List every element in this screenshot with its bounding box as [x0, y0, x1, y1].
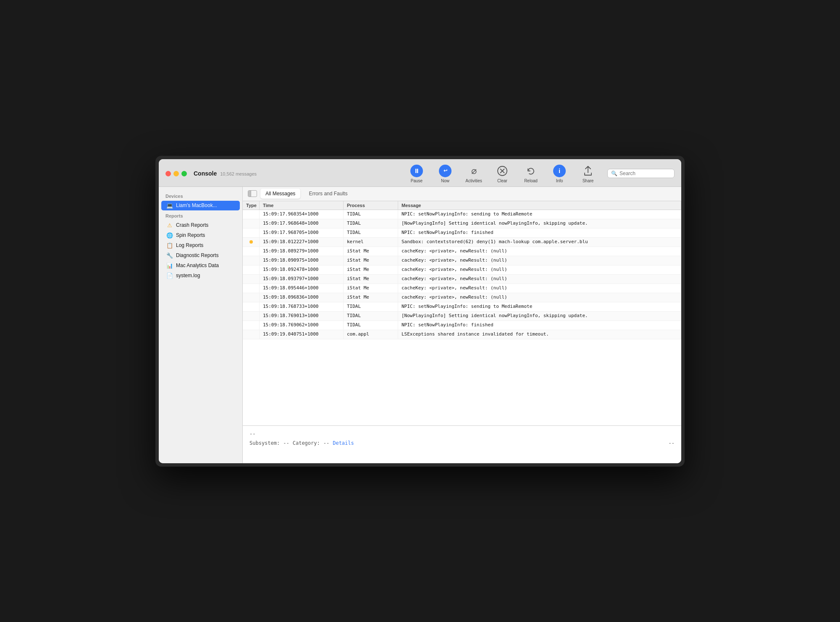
log-cell-message: Sandbox: contextstored(62) deny(1) mach-… — [398, 238, 681, 247]
table-row[interactable]: 15:09:18.769062+1000TIDALNPIC: setNowPla… — [243, 321, 681, 330]
table-row[interactable]: 15:09:17.968705+1000TIDALNPIC: setNowPla… — [243, 228, 681, 238]
log-cell-time: 15:09:18.096836+1000 — [260, 293, 344, 302]
log-cell-message: NPIC: setNowPlayingInfo: finished — [398, 228, 681, 237]
search-input[interactable] — [620, 171, 670, 176]
log-cell-message: cacheKey: <private>, newResult: (null) — [398, 293, 681, 302]
table-row[interactable]: 15:09:18.090975+1000iStat MecacheKey: <p… — [243, 256, 681, 265]
log-cell-message: cacheKey: <private>, newResult: (null) — [398, 275, 681, 283]
close-button[interactable] — [165, 171, 171, 176]
info-button[interactable]: i Info — [550, 164, 569, 183]
sidebar-item-system-log[interactable]: 📄 system.log — [161, 271, 240, 281]
sidebar-item-spin-reports[interactable]: 🌐 Spin Reports — [161, 231, 240, 240]
log-cell-type — [243, 330, 260, 339]
log-cell-message: cacheKey: <private>, newResult: (null) — [398, 247, 681, 256]
log-cell-time: 15:09:18.092478+1000 — [260, 265, 344, 274]
sidebar-item-mac-analytics[interactable]: 📊 Mac Analytics Data — [161, 261, 240, 270]
reload-button[interactable]: Reload — [522, 164, 540, 183]
search-icon: 🔍 — [611, 171, 617, 176]
sidebar-item-macbook[interactable]: 💻 Liam's MacBook... — [161, 201, 240, 210]
sidebar-toggle-left — [248, 191, 251, 197]
log-reports-icon: 📋 — [166, 242, 173, 249]
title-area: Console 10,562 messages — [194, 170, 404, 177]
info-icon: i — [553, 165, 566, 177]
log-cell-type — [243, 321, 260, 330]
detail-pane: -- Subsystem: -- Category: -- Details -- — [243, 425, 681, 463]
log-cell-time: 15:09:17.968648+1000 — [260, 219, 344, 228]
log-cell-process: TIDAL — [344, 321, 398, 330]
sidebar-toggle[interactable] — [248, 190, 257, 197]
pause-label: Pause — [411, 178, 423, 183]
log-cell-type — [243, 210, 260, 219]
crash-reports-icon: ⚠ — [166, 222, 173, 228]
log-cell-process: TIDAL — [344, 312, 398, 320]
table-row[interactable]: 15:09:18.012227+1000kernelSandbox: conte… — [243, 238, 681, 247]
log-cell-type — [243, 228, 260, 237]
macbook-icon: 💻 — [166, 202, 173, 209]
log-cell-time: 15:09:18.012227+1000 — [260, 238, 344, 247]
log-cell-message: [NowPlayingInfo] Setting identical nowPl… — [398, 219, 681, 228]
clear-button[interactable]: Clear — [493, 164, 512, 183]
detail-meta: Subsystem: -- Category: -- Details -- — [249, 440, 675, 446]
activities-button[interactable]: ⌀ Activities — [465, 164, 483, 183]
sidebar-item-crash-reports[interactable]: ⚠ Crash Reports — [161, 220, 240, 230]
log-table: Type Time Process Message 15:09:17.96035… — [243, 201, 681, 425]
search-bar: 🔍 — [607, 169, 675, 178]
table-row[interactable]: 15:09:18.095446+1000iStat MecacheKey: <p… — [243, 284, 681, 293]
activities-label: Activities — [465, 178, 482, 183]
table-row[interactable]: 15:09:18.768733+1000TIDALNPIC: setNowPla… — [243, 302, 681, 312]
table-row[interactable]: 15:09:18.092478+1000iStat MecacheKey: <p… — [243, 265, 681, 275]
share-label: Share — [583, 178, 594, 183]
tab-bar: All Messages Errors and Faults — [243, 187, 681, 201]
activities-icon: ⌀ — [467, 164, 480, 178]
log-cell-message: cacheKey: <private>, newResult: (null) — [398, 284, 681, 293]
subsystem-label: Subsystem: — [249, 440, 280, 446]
log-cell-type — [243, 238, 260, 247]
table-row[interactable]: 15:09:17.968648+1000TIDAL[NowPlayingInfo… — [243, 219, 681, 228]
reload-icon — [524, 164, 538, 178]
window-title: Console — [194, 170, 217, 177]
details-link[interactable]: Details — [333, 440, 354, 446]
table-row[interactable]: 15:09:18.093797+1000iStat MecacheKey: <p… — [243, 275, 681, 284]
tab-errors-faults[interactable]: Errors and Faults — [304, 189, 352, 199]
system-log-icon: 📄 — [166, 273, 173, 279]
maximize-button[interactable] — [181, 171, 187, 176]
sidebar-item-log-reports[interactable]: 📋 Log Reports — [161, 241, 240, 250]
toolbar: ⏸ Pause ↩ Now ⌀ Activities — [407, 164, 675, 183]
table-row[interactable]: 15:09:18.769013+1000TIDAL[NowPlayingInfo… — [243, 312, 681, 321]
log-cell-time: 15:09:18.095446+1000 — [260, 284, 344, 293]
traffic-lights — [165, 171, 187, 176]
table-row[interactable]: 15:09:19.040751+1000com.applLSExceptions… — [243, 330, 681, 339]
sidebar-item-log-label: Log Reports — [176, 242, 203, 248]
console-area: All Messages Errors and Faults Type Time… — [243, 187, 681, 463]
now-label: Now — [441, 178, 449, 183]
category-label: Category: — [293, 440, 320, 446]
log-cell-type — [243, 256, 260, 265]
sidebar-item-diagnostic-reports[interactable]: 🔧 Diagnostic Reports — [161, 251, 240, 260]
reload-label: Reload — [524, 178, 538, 183]
share-icon — [581, 164, 595, 178]
app-window: Console 10,562 messages ⏸ Pause ↩ Now — [155, 156, 685, 467]
log-cell-time: 15:09:18.769062+1000 — [260, 321, 344, 330]
sidebar-item-device-label: Liam's MacBook... — [176, 202, 217, 208]
log-cell-process: TIDAL — [344, 228, 398, 237]
log-cell-process: iStat Me — [344, 275, 398, 283]
mac-analytics-icon: 📊 — [166, 262, 173, 269]
sidebar-toggle-right — [251, 191, 257, 197]
log-cell-type — [243, 247, 260, 256]
log-rows-container: 15:09:17.960354+1000TIDALNPIC: setNowPla… — [243, 210, 681, 339]
pause-button[interactable]: ⏸ Pause — [407, 164, 426, 183]
log-cell-message: NPIC: setNowPlayingInfo: finished — [398, 321, 681, 330]
log-cell-process: iStat Me — [344, 293, 398, 302]
table-row[interactable]: 15:09:18.096836+1000iStat MecacheKey: <p… — [243, 293, 681, 302]
share-button[interactable]: Share — [579, 164, 597, 183]
now-button[interactable]: ↩ Now — [436, 164, 454, 183]
now-icon: ↩ — [439, 165, 452, 177]
table-row[interactable]: 15:09:18.089279+1000iStat MecacheKey: <p… — [243, 247, 681, 256]
table-row[interactable]: 15:09:17.960354+1000TIDALNPIC: setNowPla… — [243, 210, 681, 219]
minimize-button[interactable] — [173, 171, 179, 176]
tab-all-messages[interactable]: All Messages — [260, 189, 300, 199]
reports-section-label: Reports — [159, 211, 242, 220]
log-cell-time: 15:09:19.040751+1000 — [260, 330, 344, 339]
log-cell-process: kernel — [344, 238, 398, 247]
main-content: Devices 💻 Liam's MacBook... Reports ⚠ Cr… — [159, 187, 681, 463]
